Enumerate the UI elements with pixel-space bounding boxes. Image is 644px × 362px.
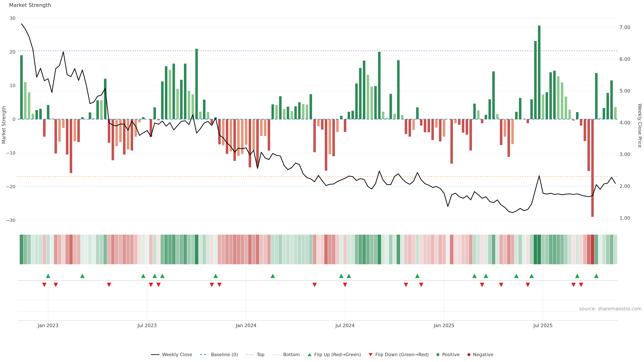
heatmap-cell — [66, 235, 69, 264]
strength-bar — [268, 119, 270, 150]
heatmap-cell — [583, 235, 587, 264]
heatmap-cell — [301, 235, 305, 264]
strength-bar — [603, 108, 605, 119]
heatmap-cell — [160, 235, 164, 264]
heatmap-cell — [164, 235, 168, 264]
right-axis-tick: 3.00 — [620, 151, 630, 157]
heatmap-cell — [69, 235, 73, 264]
positive-dot-icon — [436, 353, 440, 357]
heatmap-cell — [237, 235, 240, 264]
page: Market Strength 3020100−10−20−307.006.00… — [0, 0, 644, 362]
heatmap-cell — [606, 235, 610, 264]
flip-up-marker — [530, 274, 534, 278]
strength-bar — [363, 60, 366, 119]
flip-up-marker — [141, 274, 146, 278]
heatmap-cell — [191, 235, 194, 264]
heatmap-cell — [438, 235, 442, 264]
strength-bar — [62, 119, 64, 128]
weekly-close-line-icon — [150, 353, 160, 356]
strength-bar — [477, 110, 480, 119]
flip-down-marker — [107, 283, 111, 287]
legend-label: Flip Up (Red→Green) — [314, 352, 361, 357]
heatmap-cell — [195, 235, 198, 264]
heatmap-cell — [549, 235, 552, 264]
legend-label: Top — [257, 352, 264, 357]
heatmap-cell — [534, 235, 537, 264]
strength-bar — [100, 100, 103, 119]
strength-bar — [199, 112, 202, 119]
strength-bar — [496, 114, 498, 119]
right-axis-title: Weekly Close Price — [637, 104, 643, 148]
legend-label: Negative — [473, 352, 494, 357]
heatmap-cell — [122, 235, 126, 264]
strength-bar — [287, 107, 289, 119]
strength-bar — [359, 68, 362, 119]
heatmap-cell — [42, 235, 46, 264]
heatmap-cell — [458, 235, 461, 264]
strength-bar — [428, 119, 430, 132]
heatmap-cell — [579, 235, 583, 264]
strength-bar — [351, 111, 354, 119]
strength-bar — [203, 99, 206, 119]
heatmap-cell — [511, 235, 514, 264]
strength-bar — [294, 106, 297, 119]
strength-bar — [378, 52, 380, 119]
heatmap-cell — [560, 235, 564, 264]
heatmap-cell — [168, 235, 172, 264]
flip-up-marker — [270, 274, 275, 278]
strength-bar — [397, 60, 400, 119]
strength-bar — [473, 104, 476, 119]
right-axis-tick: 2.00 — [620, 183, 630, 189]
heatmap-cell — [477, 235, 480, 264]
flip-down-marker — [526, 283, 530, 287]
strength-bar — [610, 80, 613, 119]
legend-label: Weekly Close — [162, 352, 192, 357]
strength-bar — [188, 91, 190, 119]
heatmap-cell — [248, 235, 252, 264]
strength-bar — [614, 107, 617, 119]
strength-bar — [542, 94, 544, 119]
heatmap-cell — [423, 235, 427, 264]
x-axis-tick: Jan 2025 — [433, 323, 454, 328]
strength-bar — [317, 119, 320, 126]
strength-bar — [431, 119, 434, 140]
heatmap-cell — [378, 235, 381, 264]
heatmap-cell — [320, 235, 324, 264]
heatmap-cell — [488, 235, 492, 264]
heatmap-cell — [381, 235, 385, 264]
heatmap-cell — [290, 235, 294, 264]
heatmap-cell — [408, 235, 412, 264]
strength-bar — [36, 110, 38, 119]
strength-bar — [466, 119, 468, 135]
strength-bar — [481, 119, 483, 123]
heatmap-cell — [305, 235, 309, 264]
heatmap-cell — [496, 235, 499, 264]
heatmap-cell — [469, 235, 472, 264]
flip-down-marker — [156, 283, 161, 287]
strength-bar — [279, 96, 282, 119]
heatmap-cell — [187, 235, 191, 264]
strength-bar — [546, 92, 548, 119]
strength-bar — [424, 119, 426, 132]
heatmap-cell — [77, 235, 80, 264]
strength-bar — [420, 119, 422, 125]
strength-bar — [534, 41, 537, 119]
strength-bar — [169, 70, 171, 119]
strength-bar — [348, 112, 350, 119]
heatmap-cell — [484, 235, 488, 264]
strength-bar — [43, 119, 46, 137]
heatmap-cell — [58, 235, 62, 264]
heatmap-cell — [355, 235, 358, 264]
heatmap-cell — [149, 235, 152, 264]
right-axis-tick: 4.00 — [620, 120, 630, 125]
heatmap-cell — [343, 235, 347, 264]
heatmap-cell — [393, 235, 396, 264]
strength-bar — [138, 119, 141, 122]
heatmap-cell — [347, 235, 351, 264]
heatmap-cell — [225, 235, 229, 264]
flip-down-marker — [343, 283, 347, 287]
flip-down-marker — [404, 283, 408, 287]
heatmap-cell — [591, 235, 594, 264]
legend-item-flip-down: Flip Down (Green→Red) — [368, 352, 429, 357]
heatmap-cell — [594, 235, 598, 264]
